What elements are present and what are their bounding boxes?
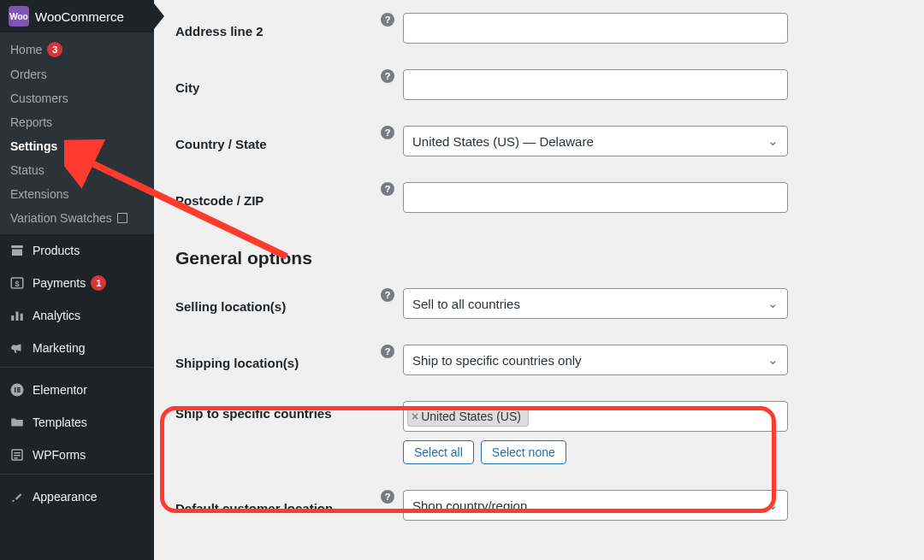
- help-icon[interactable]: ?: [381, 69, 394, 83]
- submenu-status[interactable]: Status: [0, 158, 154, 182]
- menu-templates[interactable]: Templates: [0, 406, 154, 439]
- row-country-state: Country / State ? United States (US) — D…: [175, 113, 903, 169]
- select-value: Shop country/region: [412, 498, 527, 513]
- select-selling-locations[interactable]: Sell to all countries ⌄: [403, 288, 788, 319]
- archive-icon: [9, 242, 26, 259]
- menu-payments[interactable]: $ Payments 1: [0, 267, 154, 299]
- heading-general-options: General options: [175, 248, 903, 268]
- chevron-down-icon: ⌄: [767, 352, 779, 368]
- row-shipping-locations: Shipping location(s) ? Ship to specific …: [175, 332, 903, 388]
- label-postcode: Postcode / ZIP: [175, 188, 381, 208]
- woocommerce-submenu: Home 3 Orders Customers Reports Settings…: [0, 32, 154, 234]
- menu-item-label: Payments: [33, 276, 86, 290]
- input-city[interactable]: [403, 69, 788, 100]
- svg-rect-4: [21, 314, 23, 321]
- submenu-reports[interactable]: Reports: [0, 110, 154, 134]
- swatches-icon: [117, 213, 127, 223]
- svg-rect-3: [16, 312, 19, 321]
- svg-rect-2: [11, 315, 14, 321]
- help-icon[interactable]: ?: [381, 345, 394, 358]
- select-all-button[interactable]: Select all: [403, 440, 474, 464]
- row-selling-locations: Selling location(s) ? Sell to all countr…: [175, 275, 903, 332]
- input-postcode[interactable]: [403, 182, 788, 213]
- row-address2: Address line 2 ?: [175, 0, 903, 56]
- menu-marketing[interactable]: Marketing: [0, 332, 154, 364]
- menu-wpforms[interactable]: WPForms: [0, 439, 154, 471]
- chevron-down-icon: ⌄: [767, 133, 779, 149]
- chart-bar-icon: [9, 307, 26, 324]
- menu-item-label: WPForms: [33, 448, 86, 462]
- submenu-item-label: Variation Swatches: [10, 211, 112, 225]
- submenu-item-label: Customers: [10, 91, 68, 105]
- multiselect-ship-to-countries[interactable]: × United States (US): [403, 401, 788, 432]
- submenu-item-label: Home: [10, 43, 42, 56]
- badge-count: 3: [47, 42, 62, 57]
- woocommerce-icon: Woo: [9, 6, 29, 27]
- help-icon[interactable]: ?: [381, 288, 394, 302]
- row-postcode: Postcode / ZIP ?: [175, 169, 903, 226]
- select-value: Sell to all countries: [412, 297, 520, 311]
- submenu-home[interactable]: Home 3: [0, 37, 154, 62]
- svg-rect-6: [15, 387, 16, 392]
- megaphone-icon: [9, 339, 26, 357]
- select-default-customer-location[interactable]: Shop country/region ⌄: [403, 490, 788, 521]
- label-selling-locations: Selling location(s): [175, 294, 381, 314]
- help-icon[interactable]: ?: [381, 490, 394, 504]
- row-city: City ?: [175, 56, 903, 113]
- elementor-icon: [9, 381, 26, 398]
- chevron-down-icon: ⌄: [767, 498, 779, 513]
- label-address2: Address line 2: [175, 19, 381, 38]
- submenu-variation-swatches[interactable]: Variation Swatches: [0, 206, 154, 230]
- label-default-customer-location: Default customer location: [175, 496, 381, 516]
- menu-item-label: Templates: [33, 416, 87, 429]
- menu-separator: [0, 474, 154, 478]
- badge-count: 1: [91, 275, 106, 291]
- submenu-item-label: Reports: [10, 115, 52, 129]
- menu-item-label: Appearance: [33, 490, 98, 504]
- select-shipping-locations[interactable]: Ship to specific countries only ⌄: [403, 345, 788, 375]
- menu-products[interactable]: Products: [0, 234, 154, 267]
- menu-appearance[interactable]: Appearance: [0, 480, 154, 513]
- label-city: City: [175, 75, 381, 95]
- chevron-down-icon: ⌄: [767, 296, 779, 311]
- label-shipping-locations: Shipping location(s): [175, 351, 381, 370]
- svg-text:$: $: [15, 280, 19, 288]
- submenu-item-label: Extensions: [10, 187, 68, 201]
- menu-analytics[interactable]: Analytics: [0, 299, 154, 332]
- remove-tag-icon[interactable]: ×: [412, 410, 418, 423]
- tag-label: United States (US): [421, 410, 521, 423]
- row-default-customer-location: Default customer location ? Shop country…: [175, 477, 903, 533]
- svg-rect-9: [17, 392, 21, 393]
- menu-item-label: Analytics: [33, 309, 80, 322]
- help-icon[interactable]: ?: [381, 126, 394, 139]
- submenu-item-label: Settings: [10, 139, 57, 153]
- svg-rect-8: [17, 389, 21, 391]
- menu-item-label: Marketing: [33, 341, 85, 355]
- submenu-settings[interactable]: Settings: [0, 134, 154, 158]
- input-address2[interactable]: [403, 13, 788, 44]
- menu-separator: [0, 367, 154, 371]
- menu-item-label: Products: [33, 244, 80, 257]
- settings-form: Address line 2 ? City ? Country / State …: [154, 0, 924, 533]
- submenu-orders[interactable]: Orders: [0, 62, 154, 86]
- select-country-state[interactable]: United States (US) — Delaware ⌄: [403, 126, 788, 156]
- menu-elementor[interactable]: Elementor: [0, 374, 154, 406]
- sidebar-header-title: WooCommerce: [35, 9, 124, 24]
- submenu-extensions[interactable]: Extensions: [0, 182, 154, 206]
- brush-icon: [9, 488, 26, 505]
- label-ship-to-countries: Ship to specific countries: [175, 401, 381, 421]
- select-none-button[interactable]: Select none: [481, 440, 566, 464]
- help-icon[interactable]: ?: [381, 13, 394, 27]
- select-value: Ship to specific countries only: [412, 353, 582, 368]
- sidebar-header-woocommerce[interactable]: Woo WooCommerce: [0, 0, 154, 32]
- dollar-icon: $: [9, 274, 26, 292]
- submenu-item-label: Orders: [10, 68, 47, 81]
- help-icon[interactable]: ?: [381, 182, 394, 196]
- form-icon: [9, 446, 26, 463]
- label-country-state: Country / State: [175, 132, 381, 151]
- svg-rect-7: [17, 387, 21, 389]
- select-value: United States (US) — Delaware: [412, 134, 594, 149]
- submenu-customers[interactable]: Customers: [0, 86, 154, 110]
- menu-item-label: Elementor: [33, 383, 87, 397]
- row-ship-to-countries: Ship to specific countries × United Stat…: [175, 388, 903, 477]
